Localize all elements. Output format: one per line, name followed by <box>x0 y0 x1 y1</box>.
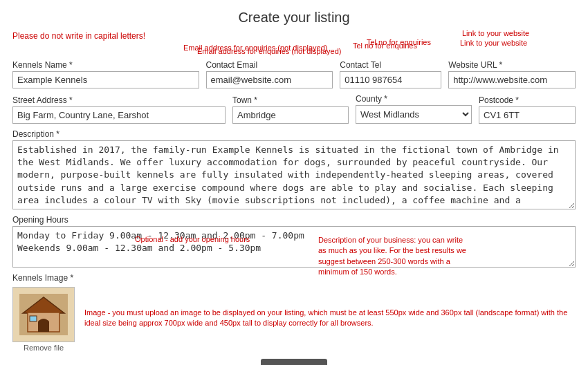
street-address-label: Street Address * <box>12 95 226 105</box>
contact-tel-field-group: Contact Tel <box>340 60 441 88</box>
image-thumbnail <box>12 287 75 342</box>
callout-image: Image - you must upload an image to be d… <box>84 308 576 329</box>
dog-house-icon <box>19 294 68 335</box>
website-url-label: Website URL * <box>448 60 576 70</box>
website-url-input[interactable] <box>448 71 576 88</box>
description-field-group: Description * <box>12 129 576 209</box>
kennels-name-field-group: Kennels Name * <box>12 60 199 88</box>
submit-row: Submit <box>12 359 576 365</box>
kennels-image-label: Kennels Image * <box>12 273 576 283</box>
kennels-name-input[interactable] <box>12 71 199 88</box>
website-url-field-group: Website URL * <box>448 60 576 88</box>
postcode-field-group: Postcode * <box>479 95 576 124</box>
description-textarea[interactable] <box>12 140 576 209</box>
kennels-image-section: Kennels Image * <box>12 273 576 352</box>
town-field-group: Town * <box>232 95 349 124</box>
town-label: Town * <box>232 95 349 105</box>
town-input[interactable] <box>232 106 349 124</box>
opening-hours-textarea[interactable] <box>12 226 576 268</box>
contact-email-field-group: Contact Email <box>206 60 333 88</box>
contact-tel-input[interactable] <box>340 71 441 88</box>
contact-email-label: Contact Email <box>206 60 333 70</box>
opening-hours-label: Opening Hours <box>12 215 576 225</box>
county-select[interactable]: West Midlands East Midlands London South… <box>356 105 472 124</box>
description-label: Description * <box>12 129 576 139</box>
opening-hours-field-group: Opening Hours <box>12 215 576 268</box>
street-address-input[interactable] <box>12 106 226 124</box>
remove-file-link[interactable]: Remove file <box>12 344 75 352</box>
street-address-field-group: Street Address * <box>12 95 226 124</box>
county-label: County * <box>356 94 472 104</box>
page-title: Create your listing <box>0 0 588 31</box>
county-field-group: County * West Midlands East Midlands Lon… <box>356 94 472 124</box>
contact-tel-label: Contact Tel <box>340 60 441 70</box>
postcode-input[interactable] <box>479 106 576 124</box>
postcode-label: Postcode * <box>479 95 576 105</box>
warning-text: Please do not write in capital letters! <box>12 31 576 41</box>
contact-email-input[interactable] <box>206 71 333 88</box>
submit-button[interactable]: Submit <box>261 359 327 365</box>
svg-rect-3 <box>30 316 37 321</box>
kennels-name-label: Kennels Name * <box>12 60 199 70</box>
